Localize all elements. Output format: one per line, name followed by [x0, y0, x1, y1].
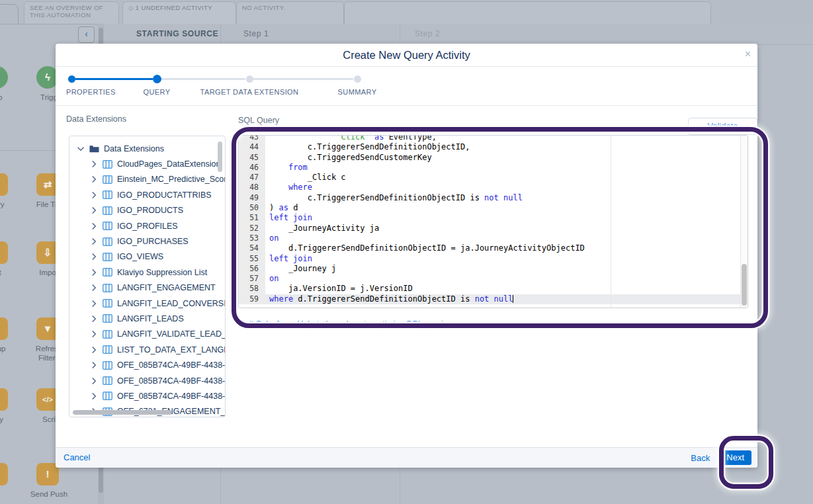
next-button[interactable]: Next	[719, 450, 751, 465]
code-line[interactable]: 54 d.TriggererSendDefinitionObjectID = j…	[239, 243, 741, 253]
line-number: 50	[239, 203, 265, 213]
code-line[interactable]: 50) as d	[239, 203, 741, 213]
code-text: _JourneyActivity ja	[265, 224, 741, 233]
code-line[interactable]: 53on	[239, 233, 741, 243]
line-number: 44	[239, 142, 265, 152]
tree-item[interactable]: OFE_085B74CA-49BF-4438-B566-	[69, 373, 225, 388]
editor-scrollbar-track[interactable]	[740, 136, 748, 308]
data-extensions-tree: Data ExtensionsCloudPages_DataExtensionE…	[69, 136, 226, 417]
palette-ery-icon[interactable]	[0, 388, 8, 411]
tree-vertical-scrollbar[interactable]	[218, 142, 222, 172]
tree-item[interactable]: LANGFIT_LEAD_CONVERSION	[69, 296, 225, 311]
code-text: d.TriggererSendDefinitionObjectID = ja.J…	[265, 243, 741, 253]
tree-item[interactable]: OFE_085B74CA-49BF-4438-B566-	[69, 388, 225, 403]
sql-editor[interactable]: 43 'Click' as EventType,44 c.TriggererSe…	[238, 135, 748, 308]
sql-help-link[interactable]: Visit Salesforce Help to learn how to op…	[238, 319, 454, 329]
palette-roup-icon[interactable]	[0, 317, 8, 340]
screen: SEE AN OVERVIEW OF THIS AUTOMATION◇ 1 UN…	[0, 0, 813, 504]
line-number: 57	[239, 274, 265, 284]
step-dot-query[interactable]	[153, 75, 161, 83]
code-text: c.TriggererSendDefinitionObjectID is not…	[265, 193, 741, 203]
canvas-column-label: STARTING SOURCE	[136, 29, 218, 38]
tree-item-label: Klaviyo Suppression List	[117, 268, 207, 277]
code-line[interactable]: 58 ja.VersionID = j.VersionID	[239, 284, 741, 294]
tree-item[interactable]: Einstein_MC_Predictive_Scores	[69, 172, 225, 187]
code-line[interactable]: 56 _Journey j	[239, 264, 741, 274]
step-dot-summary[interactable]	[354, 75, 361, 83]
text-cursor	[513, 295, 513, 303]
tree-item-label: IGO_PURCHASES	[117, 237, 189, 246]
line-number: 56	[239, 264, 265, 274]
code-line[interactable]: 59where d.TriggererSendDefinitionObjectI…	[239, 294, 741, 304]
code-line[interactable]: 52 _JourneyActivity ja	[239, 224, 741, 233]
tree-item[interactable]: LANGFIT_VALIDATE_LEAD_EMAIL_	[69, 327, 225, 342]
collapse-palette-button[interactable]: ‹	[78, 26, 95, 43]
step-dot-properties[interactable]	[68, 75, 75, 83]
palette-activity-icon[interactable]	[0, 463, 8, 485]
code-line[interactable]: 48 where	[239, 183, 741, 192]
tree-root-data-extensions[interactable]: Data Extensions	[69, 141, 225, 156]
code-line[interactable]: 51left join	[239, 213, 741, 223]
tree-item[interactable]: IGO_VIEWS	[69, 249, 225, 265]
line-number: 54	[239, 243, 265, 253]
line-number: 47	[239, 173, 265, 183]
palette-label: ery	[0, 415, 19, 424]
palette-tory-icon[interactable]	[0, 173, 8, 196]
code-text: on	[265, 274, 741, 284]
cancel-button[interactable]: Cancel	[64, 448, 90, 468]
editor-scrollbar-thumb[interactable]	[742, 264, 747, 306]
background-card-corner	[0, 4, 19, 24]
tree-item-label: OFE_085B74CA-49BF-4438-B566-	[117, 392, 226, 401]
tree-item-label: IGO_PRODUCTS	[117, 206, 183, 215]
step-label: TARGET DATA EXTENSION	[200, 88, 299, 96]
validate-syntax-button[interactable]: Validate Syntax	[688, 118, 757, 135]
sql-query-label: SQL Query	[238, 116, 279, 125]
line-number: 48	[239, 183, 265, 192]
code-line[interactable]: 49 c.TriggererSendDefinitionObjectID is …	[239, 193, 741, 203]
tree-item-label: OFE_085B74CA-49BF-4438-B566-	[117, 376, 226, 386]
palette-label: tory	[0, 200, 19, 209]
code-line[interactable]: 57on	[239, 274, 741, 284]
tree-item[interactable]: LIST_TO_DATA_EXT_LANGFIT	[69, 342, 225, 357]
code-text: left join	[265, 213, 741, 223]
code-text: c.TriggeredSendCustomerKey	[265, 153, 741, 163]
code-text: left join	[265, 254, 741, 264]
tree-item[interactable]: IGO_PRODUCTATTRIBS	[69, 187, 225, 202]
line-number: 55	[239, 254, 265, 264]
code-line[interactable]: 55left join	[239, 254, 741, 264]
modal-titlebar: Create New Query Activity ×	[56, 44, 757, 67]
step-connector	[75, 78, 153, 80]
close-icon[interactable]: ×	[745, 48, 751, 60]
palette-label: Send Push	[28, 489, 70, 499]
line-number: 53	[239, 233, 265, 243]
palette-nt-icon[interactable]	[0, 241, 8, 264]
code-line[interactable]: 44 c.TriggererSendDefinitionObjectID,	[239, 142, 741, 152]
tree-item[interactable]: OFE_085B74CA-49BF-4438-B566-	[69, 357, 225, 372]
line-number: 51	[239, 213, 265, 223]
tree-item-label: LANGFIT_LEADS	[117, 314, 184, 323]
line-number: 58	[239, 284, 265, 294]
automation-tab[interactable]: NO ACTIVITY.	[236, 1, 344, 24]
tree-item[interactable]: Klaviyo Suppression List	[69, 265, 225, 280]
code-line[interactable]: 43 'Click' as EventType,	[239, 135, 741, 142]
code-line[interactable]: 46 from	[239, 163, 741, 173]
tree-item[interactable]: IGO_PURCHASES	[69, 233, 225, 249]
tree-item[interactable]: IGO_PROFILES	[69, 218, 225, 233]
tree-item[interactable]: LANGFIT_ENGAGEMENT	[69, 280, 225, 296]
automation-tab[interactable]: SEE AN OVERVIEW OF THIS AUTOMATION	[24, 1, 119, 24]
tree-item-label: IGO_PRODUCTATTRIBS	[117, 190, 212, 200]
tree-item[interactable]: CloudPages_DataExtension	[69, 156, 225, 171]
back-button[interactable]: Back	[691, 453, 710, 463]
tree-item[interactable]: IGO_PRODUCTS	[69, 203, 225, 218]
tree-horizontal-scrollbar[interactable]	[73, 410, 172, 415]
tree-root-label: Data Extensions	[104, 144, 164, 153]
automation-tab[interactable]: ◇ 1 UNDEFINED ACTIVITY	[122, 1, 236, 24]
step-dot-target-data-extension[interactable]	[246, 75, 253, 83]
tree-item[interactable]: LANGFIT_LEADS	[69, 311, 225, 326]
canvas-column-label: Step 2	[415, 29, 440, 38]
palette-op-icon[interactable]	[0, 66, 8, 89]
automation-tab[interactable]	[344, 1, 711, 24]
code-line[interactable]: 45 c.TriggeredSendCustomerKey	[239, 153, 741, 163]
code-line[interactable]: 47 _Click c	[239, 173, 741, 183]
code-text: 'Click' as EventType,	[265, 135, 741, 142]
